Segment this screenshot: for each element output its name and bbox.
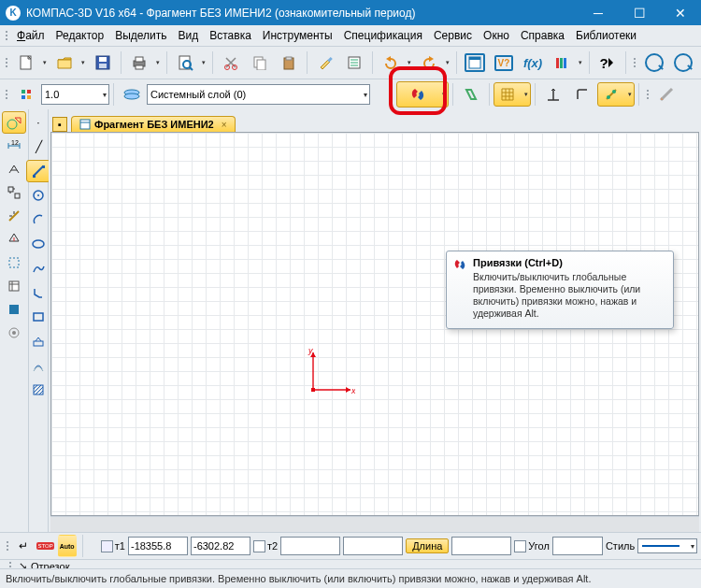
angle-input[interactable]: [552, 537, 603, 555]
layer-dropdown[interactable]: Системный слой (0): [147, 84, 370, 105]
menu-view[interactable]: Вид: [173, 27, 205, 44]
select-toolset[interactable]: [2, 251, 26, 274]
equidistant-tool[interactable]: [26, 354, 50, 377]
minimize-button[interactable]: ─: [578, 0, 619, 25]
annotations-toolset[interactable]: [2, 158, 26, 180]
canvas[interactable]: x y Привязки (Ctrl+D) Включить/выключить…: [50, 132, 699, 516]
chamfer-tool[interactable]: [26, 281, 50, 304]
cut-button[interactable]: [217, 50, 245, 75]
ortho-button[interactable]: [539, 82, 567, 107]
toolbar-grip[interactable]: [4, 58, 9, 67]
variables-button[interactable]: V?: [490, 50, 518, 75]
menu-file[interactable]: Файл: [11, 27, 50, 44]
parametric-button[interactable]: [457, 82, 485, 107]
t1-checkbox[interactable]: [101, 540, 113, 552]
toolbar-grip[interactable]: [4, 31, 9, 40]
document-tab[interactable]: Фрагмент БЕЗ ИМЕНИ2 ×: [71, 116, 236, 132]
toolbar-grip[interactable]: [645, 90, 651, 99]
measure-toolset[interactable]: [2, 228, 26, 251]
brush-button[interactable]: [311, 50, 339, 75]
angle-checkbox[interactable]: [514, 540, 526, 552]
zoom-in-button[interactable]: [640, 50, 668, 75]
toolbar-grip[interactable]: [4, 90, 9, 99]
document-tabs: ▪ Фрагмент БЕЗ ИМЕНИ2 ×: [49, 109, 701, 132]
parametric-toolset[interactable]: [2, 205, 26, 227]
menu-window[interactable]: Окно: [478, 27, 515, 44]
edit-toolset[interactable]: [2, 181, 26, 204]
y2-input[interactable]: [343, 537, 403, 555]
new-button[interactable]: [12, 50, 50, 75]
hatch-tool[interactable]: [26, 379, 50, 401]
tab-list-button[interactable]: ▪: [52, 117, 67, 132]
svg-rect-44: [9, 305, 19, 314]
segment-tool[interactable]: [26, 160, 50, 182]
save-button[interactable]: [89, 50, 117, 75]
menu-libs[interactable]: Библиотеки: [570, 27, 642, 44]
menu-spec[interactable]: Спецификация: [338, 27, 428, 44]
geometry-toolset[interactable]: [2, 111, 26, 134]
rect-tool[interactable]: [26, 306, 50, 328]
edit-sketch-button[interactable]: [653, 82, 681, 107]
magnet-icon: [452, 257, 467, 272]
round-button[interactable]: [568, 82, 596, 107]
svg-rect-54: [34, 341, 43, 346]
t2-checkbox[interactable]: [253, 540, 265, 552]
x1-input[interactable]: [128, 537, 188, 555]
property-panel: ↵ STOP Auto т1 т2 Длина Угол Стиль ↘ Отр…: [0, 532, 701, 568]
stop-button[interactable]: STOP: [36, 535, 54, 557]
scrollbar-horizontal[interactable]: [50, 516, 699, 532]
auto-button[interactable]: Auto: [58, 535, 77, 557]
preview-button[interactable]: [171, 50, 208, 75]
manager-button[interactable]: [461, 50, 489, 75]
copy-button[interactable]: [246, 50, 274, 75]
svg-rect-38: [15, 194, 20, 198]
local-cs-button[interactable]: [597, 82, 635, 107]
menu-edit[interactable]: Редактор: [50, 27, 110, 44]
arc-tool[interactable]: [26, 208, 50, 231]
paste-button[interactable]: [275, 50, 303, 75]
scale-dropdown[interactable]: 1.0: [41, 84, 109, 105]
close-button[interactable]: ✕: [660, 0, 701, 25]
window-title: КОМПАС-3D V16 x64 - Фрагмент БЕЗ ИМЕНИ2 …: [26, 7, 578, 20]
menu-select[interactable]: Выделить: [109, 27, 172, 44]
menu-service[interactable]: Сервис: [428, 27, 478, 44]
fx-button[interactable]: f(x): [519, 50, 547, 75]
reports-toolset[interactable]: [2, 298, 26, 321]
help-button[interactable]: ?: [594, 50, 622, 75]
t1-label: т1: [101, 540, 125, 552]
point-tool[interactable]: ·: [26, 111, 50, 134]
auto-create-button[interactable]: ↵: [14, 535, 33, 557]
toolbar-grip[interactable]: [632, 58, 637, 67]
circle-tool[interactable]: [26, 184, 50, 207]
menu-help[interactable]: Справка: [515, 27, 570, 44]
ellipse-tool[interactable]: [26, 233, 50, 255]
x2-input[interactable]: [280, 537, 340, 555]
length-button[interactable]: Длина: [406, 538, 449, 553]
properties-button[interactable]: [340, 50, 368, 75]
aux-line-tool[interactable]: ╱: [26, 136, 50, 158]
tab-close-icon[interactable]: ×: [222, 120, 227, 130]
menu-insert[interactable]: Вставка: [204, 27, 257, 44]
state-button[interactable]: [12, 82, 40, 107]
toolbar-grip[interactable]: [6, 541, 9, 551]
spec-toolset[interactable]: [2, 275, 26, 297]
svg-rect-15: [286, 57, 292, 60]
maximize-button[interactable]: ☐: [619, 0, 660, 25]
insert-toolset[interactable]: [2, 322, 26, 344]
zoom-out-button[interactable]: [669, 50, 697, 75]
y1-input[interactable]: [191, 537, 250, 555]
redo-button[interactable]: [415, 50, 452, 75]
open-button[interactable]: [50, 50, 88, 75]
length-input[interactable]: [451, 537, 511, 555]
undo-button[interactable]: [377, 50, 414, 75]
print-button[interactable]: [125, 50, 163, 75]
grid-button[interactable]: [494, 82, 531, 107]
library-button[interactable]: [548, 50, 585, 75]
spline-tool[interactable]: [26, 257, 50, 280]
dimensions-toolset[interactable]: 12: [2, 135, 26, 157]
style-dropdown[interactable]: [637, 538, 697, 553]
collect-tool[interactable]: [26, 330, 50, 352]
snaps-button[interactable]: [396, 81, 449, 108]
layers-icon[interactable]: [118, 82, 146, 107]
menu-tools[interactable]: Инструменты: [257, 27, 338, 44]
